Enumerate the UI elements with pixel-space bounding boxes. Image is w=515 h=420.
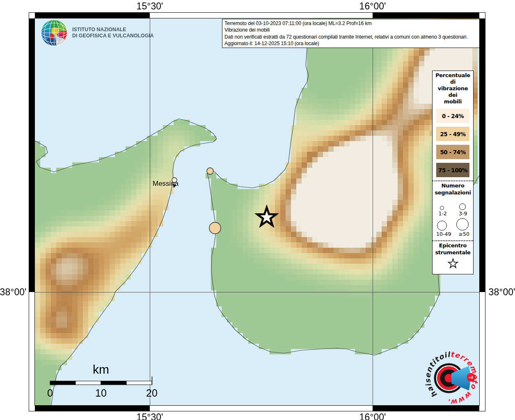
event-updated-line: Aggiornato il: 14-12-2025 15:10 (ora loc… bbox=[224, 40, 477, 47]
epicenter-title: Epicentro strumentale bbox=[433, 242, 473, 256]
report-size-circle-50plus bbox=[456, 218, 469, 231]
report-size-label-1-2: 1-2 bbox=[439, 210, 447, 217]
ingv-line2: DI GEOFISICA E VULCANOLOGIA bbox=[72, 33, 154, 39]
coord-label-top-1530: 15°30' bbox=[125, 1, 174, 12]
legend-divider bbox=[433, 180, 473, 181]
event-info-box: Terremoto del 03-10-2023 07:11:00 (ora l… bbox=[222, 19, 480, 48]
report-size-label-50plus: ≥50 bbox=[459, 231, 469, 237]
legend-divider-2 bbox=[433, 240, 473, 241]
scale-tick-20: 20 bbox=[140, 387, 164, 399]
event-source-line: Dati non verificati estratti da 72 quest… bbox=[224, 34, 477, 40]
report-size-label-10-49: 10-49 bbox=[436, 231, 451, 237]
legend-swatch-25-49: 25 - 49% bbox=[436, 127, 469, 141]
report-size-circle-10-49 bbox=[437, 221, 447, 231]
ingv-wordmark: ISTITUTO NAZIONALE DI GEOFISICA E VULCAN… bbox=[72, 27, 154, 39]
ingv-line1: ISTITUTO NAZIONALE bbox=[72, 27, 154, 33]
terrain-map bbox=[35, 18, 479, 405]
legend-swatch-0-24: 0 - 24% bbox=[436, 109, 469, 123]
city-label-messina: Messina bbox=[153, 180, 179, 188]
scale-tick-0: 0 bbox=[38, 387, 62, 399]
report-size-circle-1-2 bbox=[440, 206, 444, 210]
legend-swatch-75-100: 75 - 100% bbox=[436, 163, 469, 177]
coord-label-right-3800: 38°00' bbox=[488, 287, 515, 298]
event-effect-line: Vibrazione dei mobili bbox=[224, 27, 477, 33]
map-legend: Percentuale di vibrazione dei mobili 0 -… bbox=[432, 71, 474, 274]
event-summary-line: Terremoto del 03-10-2023 07:11:00 (ora l… bbox=[224, 20, 477, 27]
epicenter-legend-star bbox=[433, 258, 473, 272]
coord-label-top-1600: 16°00' bbox=[348, 1, 397, 12]
coord-label-left-3800: 38°00' bbox=[0, 287, 27, 298]
coord-label-bottom-1530: 15°30' bbox=[125, 412, 174, 420]
coord-label-bottom-1600: 16°00' bbox=[348, 412, 397, 420]
report-size-circle-3-9 bbox=[459, 203, 466, 210]
report-size-label-3-9: 3-9 bbox=[459, 210, 467, 217]
legend-title: Percentuale di vibrazione dei mobili bbox=[433, 72, 473, 105]
scale-bar-title: km bbox=[76, 363, 126, 377]
map-page: ? haisentitoilterremoto www. 15°30' 16°0… bbox=[0, 0, 515, 420]
legend-swatch-50-74: 50 - 74% bbox=[436, 145, 469, 159]
ingv-header: ISTITUTO NAZIONALE DI GEOFISICA E VULCAN… bbox=[72, 27, 154, 39]
reports-title: Numero segnalazioni bbox=[433, 182, 473, 196]
scale-tick-10: 10 bbox=[89, 387, 113, 399]
